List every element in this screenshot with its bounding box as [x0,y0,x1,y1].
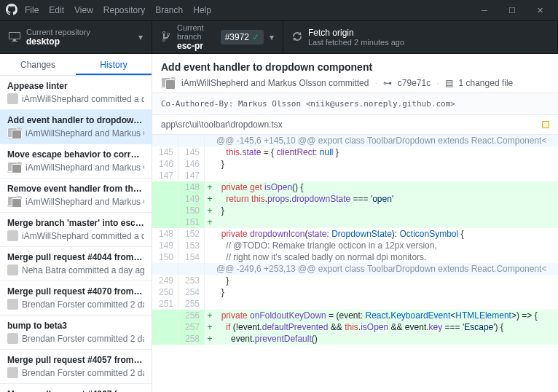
commit-item[interactable]: Merge pull request #4070 from desktop/…B… [0,281,152,315]
tab-changes[interactable]: Changes [0,54,76,75]
commit-item[interactable]: bump to beta3Brendan Forster committed 2… [0,315,152,350]
commit-sha-icon: ⊶ [383,78,392,88]
diff-line: 147147 [152,170,558,181]
avatar-icon [7,230,18,241]
diff-line: 258+ event.preventDefault() [152,333,558,345]
author-avatar-icon [161,77,176,88]
diff-line: 145145 this.state = { clientRect: null } [152,146,558,158]
avatar-icon [7,367,18,378]
commit-list[interactable]: Appease linteriAmWillShephard committed … [0,76,152,392]
menu-branch[interactable]: Branch [155,5,183,15]
commit-item-meta: iAmWillShephard and Markus Olsson co… [7,128,144,138]
close-button[interactable]: ✕ [527,6,552,15]
avatar-icon [7,264,18,275]
commit-detail: Add event handler to dropdown component … [152,54,558,392]
avatar-icon [7,162,22,173]
commit-item-title: bump to beta3 [7,321,144,331]
avatar-icon [7,299,18,310]
diff-line: 251255 [152,298,558,310]
diff-line: 148152 private dropdownIcon(state: Dropd… [152,228,558,240]
commit-item-meta: Neha Batra committed a day ago [7,264,144,275]
avatar-icon [7,93,18,104]
repo-label: Current repository [26,28,90,36]
commit-meta: iAmWillShepherd and Markus Olsson commit… [161,77,549,88]
fetch-status: Last fetched 2 minutes ago [308,38,404,47]
diff-line: 257+ if (!event.defaultPrevented && this… [152,321,558,333]
file-row[interactable]: app\src\ui\toolbar\dropdown.tsx [152,115,558,135]
commit-item-title: Add event handler to dropdown compon… [7,115,144,125]
diff-line: 149153 // @TODO: Remake triangle octicon… [152,240,558,251]
sync-icon [292,31,302,44]
fetch-label: Fetch origin [308,28,404,38]
commit-title: Add event handler to dropdown component [161,61,549,73]
menu-help[interactable]: Help [193,5,211,15]
diff-line: 146146 } [152,158,558,170]
window-controls: ─ ☐ ✕ [472,6,552,15]
titlebar: FileEditViewRepositoryBranchHelp ─ ☐ ✕ [0,0,558,20]
diff-line: 256+ private onFoldoutKeyDown = (event: … [152,310,558,321]
commit-item[interactable]: Merge pull request #4044 from desktop/…N… [0,247,152,281]
pr-number: #3972 [225,32,249,42]
menu-edit[interactable]: Edit [49,5,64,15]
commit-item-title: Merge pull request #4057 from desktop/… [7,355,144,365]
commit-item[interactable]: Merge branch 'master' into esc-priAmWill… [0,213,152,247]
sidebar: Changes History Appease linteriAmWillShe… [0,54,152,392]
menu-view[interactable]: View [74,5,93,15]
commit-item[interactable]: Merge pull request #4057 from desktop/…B… [0,350,152,384]
commit-item-meta: iAmWillShephard committed a day ago [7,93,144,104]
sidebar-tabs: Changes History [0,54,152,76]
commit-item-meta: Brendan Forster committed 2 days ago [7,299,144,310]
commit-item-title: Merge pull request #4070 from desktop/… [7,286,144,297]
commit-sha: c79e71c [398,78,431,88]
github-logo-icon [6,4,17,17]
pr-badge: #3972 ✓ [221,30,264,44]
commit-item-meta: iAmWillShephard and Markus Olsson co… [7,196,144,207]
commit-item[interactable]: Add event handler to dropdown compon…iAm… [0,110,152,144]
diff-line: 250254 } [152,286,558,298]
diff-icon: ▤ [445,78,453,88]
commit-item[interactable]: Remove event handler from the branches…i… [0,179,152,213]
computer-icon [9,31,20,44]
diff-line: 151+ [152,216,558,228]
branch-icon [161,31,171,44]
fetch-button[interactable]: Fetch origin Last fetched 2 minutes ago [283,21,558,53]
commit-item-meta: Brendan Forster committed 2 days ago [7,333,144,344]
menu-file[interactable]: File [25,5,39,15]
repo-value: desktop [26,36,90,47]
commit-item-meta: iAmWillShephard and Markus Olsson co… [7,162,144,173]
commit-item[interactable]: Move escape behavior to correct compo…iA… [0,144,152,179]
commit-item-title: Merge branch 'master' into esc-pr [7,218,144,228]
commit-item[interactable]: Merge pull request #4067 from desktop/…B… [0,384,152,392]
avatar-icon [7,128,22,138]
minimize-button[interactable]: ─ [472,6,497,15]
commit-item-title: Merge pull request #4067 from desktop/… [7,389,144,392]
commit-item[interactable]: Appease linteriAmWillShephard committed … [0,76,152,110]
branch-label: Current branch [177,23,215,41]
commit-item-title: Remove event handler from the branches… [7,184,144,194]
branch-selector[interactable]: Current branch esc-pr #3972 ✓ ▾ [152,21,283,53]
commit-item-title: Merge pull request #4044 from desktop/… [7,252,144,262]
file-path: app\src\ui\toolbar\dropdown.tsx [161,119,283,130]
tab-history[interactable]: History [76,54,152,75]
commit-item-title: Appease linter [7,81,144,91]
changed-files-count: 1 changed file [459,78,514,88]
toolbar: Current repository desktop ▾ Current bra… [0,20,558,54]
diff-line: @@ -249,6 +253,13 @@ export class Toolba… [152,263,558,275]
branch-value: esc-pr [177,41,215,51]
modified-icon [542,121,549,128]
chevron-down-icon: ▾ [270,32,274,42]
commit-body: Co-Authored-By: Markus Olsson <niik@user… [152,93,558,115]
diff-viewer[interactable]: @@ -145,6 +145,10 @@ export class Toolba… [152,135,558,392]
menu-bar: FileEditViewRepositoryBranchHelp [25,5,211,15]
commit-item-meta: iAmWillShephard committed a day ago [7,230,144,241]
avatar-icon [7,196,22,207]
menu-repository[interactable]: Repository [103,5,145,15]
diff-line: 150+ } [152,205,558,216]
avatar-icon [7,333,18,344]
repo-selector[interactable]: Current repository desktop ▾ [0,21,152,53]
diff-line: 249253 } [152,275,558,286]
diff-line: @@ -145,6 +145,10 @@ export class Toolba… [152,135,558,146]
commit-byline: iAmWillShepherd and Markus Olsson commit… [181,78,369,88]
diff-line: 149+ return this.props.dropdownState ===… [152,193,558,205]
maximize-button[interactable]: ☐ [500,6,524,15]
